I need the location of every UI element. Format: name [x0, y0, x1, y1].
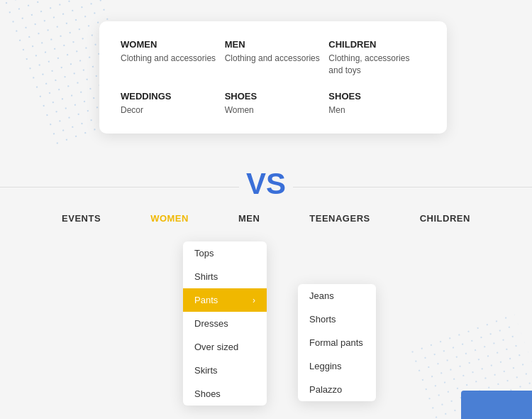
submenu-arrow-icon: › — [253, 295, 255, 305]
category-sub-weddings: Decor — [121, 104, 218, 116]
category-title-men: MEN — [225, 39, 322, 50]
category-item-women[interactable]: WOMEN Clothing and accessories — [121, 39, 218, 77]
category-title-weddings: WEDDINGS — [121, 91, 218, 102]
dropdown-women-item-shoes[interactable]: Shoes — [183, 382, 267, 406]
dropdown-women-item-dresses[interactable]: Dresses — [183, 312, 267, 335]
category-sub-men: Clothing and accessories — [225, 53, 322, 65]
dropdown-label-pants: Pants — [194, 295, 218, 305]
category-item-shoes-women[interactable]: SHOES Women — [225, 91, 322, 116]
submenu-item-leggins[interactable]: Leggins — [298, 354, 376, 378]
category-title-shoes-women: SHOES — [225, 91, 322, 102]
category-title-children: CHILDREN — [328, 39, 426, 50]
nav-item-children[interactable]: CHILDREN — [420, 213, 470, 224]
category-card: WOMEN Clothing and accessories MEN Cloth… — [99, 21, 447, 134]
submenu-item-palazzo[interactable]: Palazzo — [298, 378, 376, 401]
category-item-men[interactable]: MEN Clothing and accessories — [225, 39, 322, 77]
dropdown-women-item-shirts[interactable]: Shirts — [183, 265, 267, 288]
category-sub-shoes-women: Women — [225, 104, 322, 116]
category-sub-shoes-men: Men — [328, 104, 426, 116]
dropdown-women-item-over-sized[interactable]: Over sized — [183, 335, 267, 359]
blue-block-decoration — [461, 391, 532, 419]
submenu-item-jeans[interactable]: Jeans — [298, 284, 376, 308]
submenu-item-shorts[interactable]: Shorts — [298, 308, 376, 331]
nav-item-women[interactable]: WOMEN — [150, 213, 189, 224]
dropdown-submenu-pants: JeansShortsFormal pantsLegginsPalazzo — [298, 284, 376, 401]
category-item-shoes-men[interactable]: SHOES Men — [328, 91, 426, 116]
submenu-item-formal-pants[interactable]: Formal pants — [298, 331, 376, 354]
nav-item-teenagers[interactable]: TEENAGERS — [309, 213, 370, 224]
category-item-children[interactable]: CHILDREN Clothing, accessories and toys — [328, 39, 426, 77]
category-sub-children: Clothing, accessories and toys — [328, 53, 426, 77]
vs-section: VS — [0, 167, 532, 201]
category-item-weddings[interactable]: WEDDINGS Decor — [121, 91, 218, 116]
vs-label: VS — [239, 167, 293, 201]
dropdown-women-item-tops[interactable]: Tops — [183, 241, 267, 265]
dropdown-women: TopsShirtsPants›DressesOver sizedSkirtsS… — [183, 241, 267, 406]
nav-bar: EVENTSWOMENMENTEENAGERSCHILDREN — [0, 213, 532, 224]
category-sub-women: Clothing and accessories — [121, 53, 218, 65]
dropdown-women-item-pants[interactable]: Pants› — [183, 288, 267, 312]
category-title-women: WOMEN — [121, 39, 218, 50]
dropdown-women-item-skirts[interactable]: Skirts — [183, 359, 267, 382]
nav-item-men[interactable]: MEN — [238, 213, 260, 224]
nav-item-events[interactable]: EVENTS — [62, 213, 101, 224]
category-grid: WOMEN Clothing and accessories MEN Cloth… — [121, 39, 426, 116]
category-title-shoes-men: SHOES — [328, 91, 426, 102]
